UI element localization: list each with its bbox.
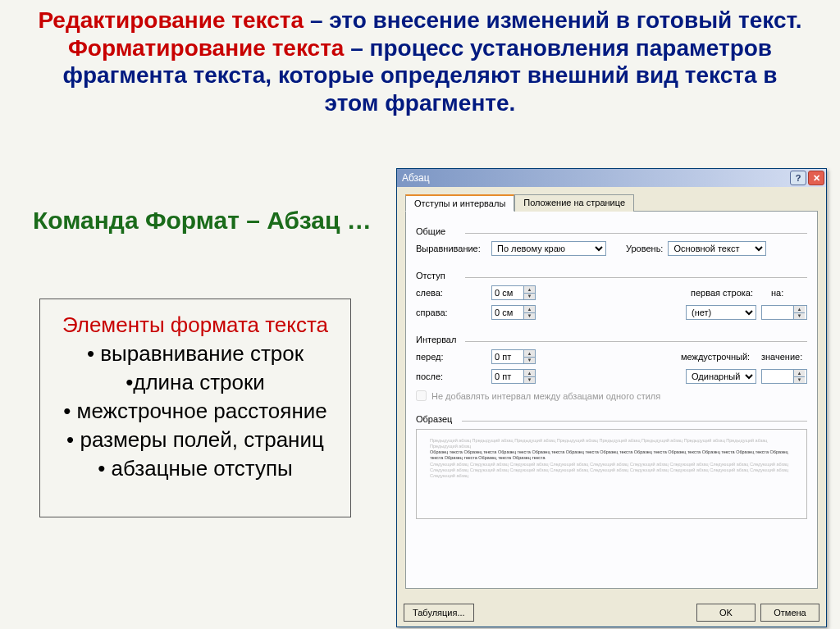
indent-left-label: слева: xyxy=(416,288,486,298)
spin-down-icon[interactable]: ▼ xyxy=(524,313,535,320)
alignment-label: Выравнивание: xyxy=(416,244,486,253)
indent-left-spinner[interactable]: ▲▼ xyxy=(491,285,536,300)
tab-indents[interactable]: Отступы и интервалы xyxy=(405,194,514,212)
no-space-checkbox xyxy=(416,390,427,401)
line-spacing-label: междустрочный: xyxy=(681,352,756,362)
level-label: Уровень: xyxy=(626,244,663,253)
before-label: перед: xyxy=(416,352,486,362)
line-spacing-combo[interactable]: Одинарный xyxy=(686,369,756,384)
after-spinner[interactable]: ▲▼ xyxy=(491,369,536,384)
spacing-at-label: значение: xyxy=(761,352,807,362)
after-label: после: xyxy=(416,371,486,381)
spin-down-icon[interactable]: ▼ xyxy=(794,313,805,320)
spin-up-icon[interactable]: ▲ xyxy=(524,350,535,358)
titlebar[interactable]: Абзац ? ✕ xyxy=(397,169,826,187)
dialog-title: Абзац xyxy=(402,172,430,184)
group-spacing: Интервал xyxy=(416,335,807,344)
elements-title: Элементы формата текста xyxy=(48,311,342,340)
paragraph-dialog: Абзац ? ✕ Отступы и интервалы Положение … xyxy=(396,168,827,627)
spin-up-icon[interactable]: ▲ xyxy=(794,370,805,377)
close-button[interactable]: ✕ xyxy=(808,171,824,185)
spin-up-icon[interactable]: ▲ xyxy=(794,306,805,313)
tabs-button[interactable]: Табуляция... xyxy=(404,604,474,622)
help-button[interactable]: ? xyxy=(790,171,806,185)
term-formatting: Форматирование текста xyxy=(68,35,344,61)
spin-down-icon[interactable]: ▼ xyxy=(524,377,535,384)
dialog-tabs: Отступы и интервалы Положение на страниц… xyxy=(405,194,818,212)
first-line-combo[interactable]: (нет) xyxy=(686,305,756,320)
before-spinner[interactable]: ▲▼ xyxy=(491,349,536,364)
spin-down-icon[interactable]: ▼ xyxy=(524,294,535,300)
definitions: Редактирование текста – это внесение изм… xyxy=(33,7,807,116)
level-combo[interactable]: Основной текст xyxy=(668,241,766,256)
indent-right-spinner[interactable]: ▲▼ xyxy=(491,305,536,320)
indent-right-label: справа: xyxy=(416,308,486,317)
indent-by-label: на: xyxy=(771,288,807,298)
term-editing: Редактирование текста xyxy=(38,7,304,33)
indent-by-spinner[interactable]: ▲▼ xyxy=(761,305,807,320)
spacing-at-spinner[interactable]: ▲▼ xyxy=(761,369,807,384)
spin-down-icon[interactable]: ▼ xyxy=(794,377,805,384)
group-preview: Образец xyxy=(416,414,807,424)
no-space-label: Не добавлять интервал между абзацами одн… xyxy=(431,391,660,401)
cancel-button[interactable]: Отмена xyxy=(760,604,819,622)
elements-box: Элементы формата текста • выравнивание с… xyxy=(39,299,351,517)
spin-down-icon[interactable]: ▼ xyxy=(524,358,535,364)
alignment-combo[interactable]: По левому краю xyxy=(491,241,606,256)
tab-position[interactable]: Положение на странице xyxy=(514,194,634,212)
spin-up-icon[interactable]: ▲ xyxy=(524,286,535,294)
group-indent: Отступ xyxy=(416,271,807,280)
spin-up-icon[interactable]: ▲ xyxy=(524,370,535,377)
group-general: Общие xyxy=(416,226,807,236)
preview-box: Предыдущий абзац Предыдущий абзац Предыд… xyxy=(416,429,807,519)
def-editing: – это внесение изменений в готовый текст… xyxy=(304,7,802,33)
ok-button[interactable]: OK xyxy=(696,604,756,622)
elements-list: • выравнивание строк •длина строки • меж… xyxy=(48,340,342,483)
first-line-label: первая строка: xyxy=(691,288,766,298)
spin-up-icon[interactable]: ▲ xyxy=(524,306,535,313)
